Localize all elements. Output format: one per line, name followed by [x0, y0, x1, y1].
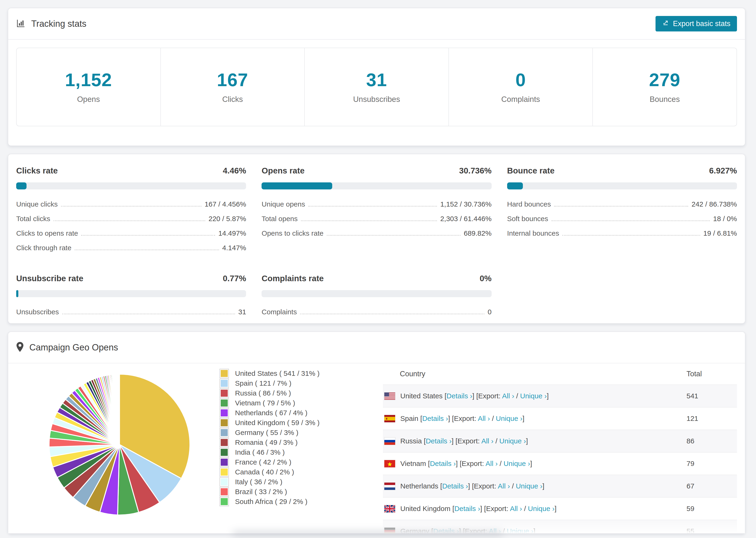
country-cell: Spain [Details ›] [Export: All › / Uniqu… [400, 414, 686, 422]
legend-item: United Kingdom ( 59 / 3% ) [220, 418, 365, 428]
rate-detail-value: 167 / 4.456% [205, 200, 246, 208]
table-row: Netherlands [Details ›] [Export: All › /… [383, 475, 737, 497]
table-row: Vietnam [Details ›] [Export: All › / Uni… [383, 452, 737, 475]
legend-item: Russia ( 86 / 5% ) [220, 388, 365, 398]
geo-table: Country Total United States [Details ›] … [383, 363, 737, 533]
legend-label: Vietnam ( 79 / 5% ) [235, 399, 295, 407]
rate-block: Unsubscribe rate0.77%Unsubscribes31 [16, 274, 246, 316]
details-link[interactable]: Details › [430, 459, 456, 467]
rate-detail-row: Clicks to opens rate14.497% [16, 229, 246, 238]
export-unique-link[interactable]: Unique › [520, 392, 547, 400]
summary-stat-value: 31 [305, 69, 449, 91]
legend-item: Italy ( 36 / 2% ) [220, 477, 365, 487]
legend-item: South Africa ( 29 / 2% ) [220, 497, 365, 507]
legend-label: Netherlands ( 67 / 4% ) [235, 409, 307, 417]
rate-progress-bar [261, 183, 491, 189]
rate-title: Clicks rate4.46% [16, 166, 246, 175]
rate-progress-fill [507, 183, 523, 189]
tracking-stats-header: Tracking stats Export basic stats [8, 8, 745, 40]
country-name: United Kingdom [400, 505, 450, 512]
dotted-leader [81, 235, 215, 236]
rate-progress-bar [16, 290, 246, 297]
rate-detail-value: 242 / 86.738% [691, 200, 737, 208]
export-basic-stats-button[interactable]: Export basic stats [656, 16, 737, 31]
table-row: United Kingdom [Details ›] [Export: All … [383, 497, 737, 520]
rate-detail-label: Complaints [261, 308, 297, 316]
geo-opens-header: Campaign Geo Opens [8, 332, 745, 363]
legend-item: Netherlands ( 67 / 4% ) [220, 408, 365, 418]
country-total: 67 [686, 482, 737, 490]
table-row: Spain [Details ›] [Export: All › / Uniqu… [383, 407, 737, 430]
legend-label: United States ( 541 / 31% ) [235, 369, 320, 377]
details-link[interactable]: Details › [426, 437, 452, 445]
rates-card: Clicks rate4.46%Unique clicks167 / 4.456… [8, 154, 745, 324]
legend-label: Russia ( 86 / 5% ) [235, 389, 291, 397]
rate-detail-label: Unique opens [261, 200, 305, 208]
legend-item: France ( 42 / 2% ) [220, 457, 365, 467]
page-bottom-scroll-shadow [233, 531, 503, 536]
export-unique-link[interactable]: Unique › [528, 505, 555, 512]
legend-item: Spain ( 121 / 7% ) [220, 378, 365, 388]
legend-label: Spain ( 121 / 7% ) [235, 379, 291, 387]
legend-item: Germany ( 55 / 3% ) [220, 428, 365, 438]
rate-detail-label: Soft bounces [507, 215, 548, 223]
country-cell: Russia [Details ›] [Export: All › / Uniq… [400, 437, 686, 445]
export-all-link[interactable]: All › [486, 459, 498, 467]
rate-detail-label: Clicks to opens rate [16, 229, 78, 237]
summary-stat-cell: 31Unsubscribes [304, 48, 449, 126]
summary-stat-cell: 167Clicks [160, 48, 304, 126]
rate-detail-label: Total clicks [16, 215, 50, 223]
country-total: 121 [686, 414, 737, 422]
summary-stats-box: 1,152Opens167Clicks31Unsubscribes0Compla… [16, 48, 737, 126]
legend-label: India ( 46 / 3% ) [235, 448, 285, 456]
rate-detail-label: Hard bounces [507, 200, 551, 208]
export-all-link[interactable]: All › [478, 414, 490, 422]
flag-nl-icon [384, 483, 395, 490]
export-unique-link[interactable]: Unique › [499, 437, 526, 445]
details-link[interactable]: Details › [442, 482, 468, 490]
dotted-leader [327, 235, 460, 236]
export-all-link[interactable]: All › [498, 482, 510, 490]
legend-color-swatch [220, 418, 229, 427]
export-all-link[interactable]: All › [502, 392, 514, 400]
rate-detail-row: Unsubscribes31 [16, 308, 246, 316]
country-name: Spain [400, 414, 418, 422]
legend-label: Canada ( 40 / 2% ) [235, 468, 294, 476]
rate-title-value: 0.77% [223, 274, 246, 283]
summary-stat-value: 1,152 [17, 69, 160, 91]
rate-detail-value: 689.82% [464, 229, 491, 237]
geo-pie-chart [47, 372, 192, 518]
rate-detail-row: Soft bounces18 / 0% [507, 215, 737, 223]
legend-item: Vietnam ( 79 / 5% ) [220, 398, 365, 408]
rate-detail-value: 1,152 / 30.736% [440, 200, 492, 208]
geo-opens-body: United States ( 541 / 31% )Spain ( 121 /… [8, 363, 745, 533]
details-link[interactable]: Details › [454, 505, 480, 512]
geo-opens-title: Campaign Geo Opens [29, 343, 118, 352]
legend-label: Italy ( 36 / 2% ) [235, 478, 283, 486]
export-all-link[interactable]: All › [510, 505, 522, 512]
legend-color-swatch [220, 428, 229, 437]
export-unique-link[interactable]: Unique › [496, 414, 522, 422]
export-all-link[interactable]: All › [481, 437, 494, 445]
details-link[interactable]: Details › [447, 392, 472, 400]
rate-block: Complaints rate0%Complaints0 [261, 274, 491, 316]
summary-stat-value: 279 [593, 69, 736, 91]
legend-item: United States ( 541 / 31% ) [220, 368, 365, 378]
rate-progress-fill [16, 290, 18, 297]
export-unique-link[interactable]: Unique › [504, 459, 530, 467]
summary-stat-cell: 1,152Opens [17, 48, 160, 126]
rate-detail-row: Total opens2,303 / 61.446% [261, 215, 491, 223]
details-link[interactable]: Details › [422, 414, 448, 422]
bar-chart-icon [16, 19, 26, 29]
dotted-leader [75, 249, 219, 250]
export-unique-link[interactable]: Unique › [516, 482, 542, 490]
table-row: Russia [Details ›] [Export: All › / Uniq… [383, 430, 737, 452]
rate-detail-label: Unique clicks [16, 200, 58, 208]
rate-detail-value: 14.497% [218, 229, 246, 237]
export-icon [662, 19, 669, 28]
legend-label: South Africa ( 29 / 2% ) [235, 498, 307, 506]
rate-detail-row: Unique clicks167 / 4.456% [16, 200, 246, 208]
geo-table-header: Country Total [383, 363, 737, 385]
column-header-country: Country [400, 370, 686, 378]
legend-label: France ( 42 / 2% ) [235, 458, 291, 466]
